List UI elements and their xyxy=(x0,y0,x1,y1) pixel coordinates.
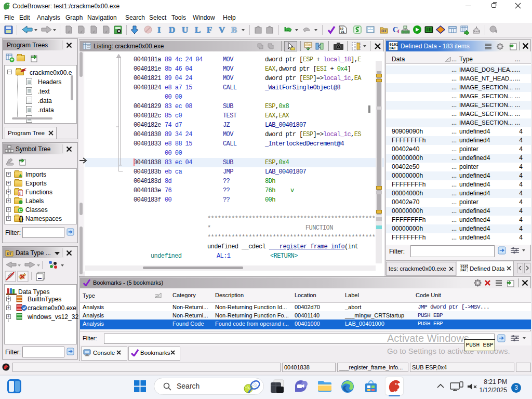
svg-text:01: 01 xyxy=(341,30,345,34)
svg-text:DAT: DAT xyxy=(461,269,467,272)
svg-text:DAT: DAT xyxy=(390,46,396,50)
svg-text:f: f xyxy=(397,28,400,34)
svg-text:0101: 0101 xyxy=(461,265,469,269)
svg-text:DT: DT xyxy=(7,252,12,256)
svg-text:DT: DT xyxy=(381,29,387,33)
svg-text:C: C xyxy=(19,208,22,213)
